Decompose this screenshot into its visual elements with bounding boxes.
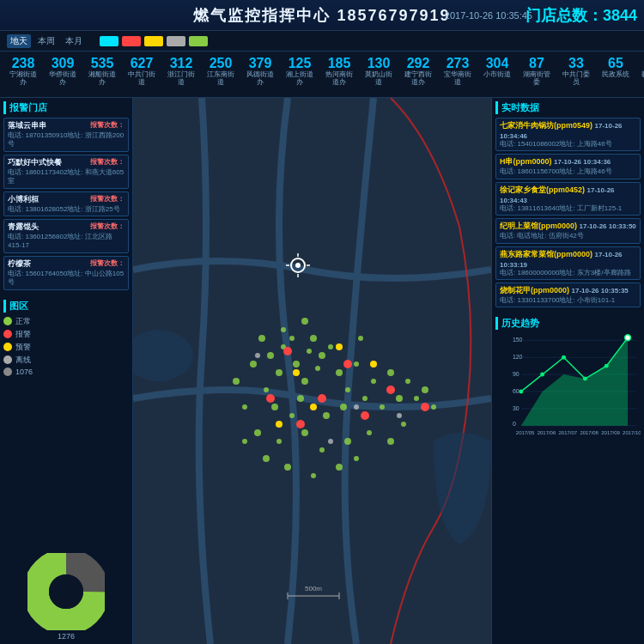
realtime-item-3[interactable]: 纪明上菜馆(ppm0000) 17-10-26 10:33:50 电话: 电话地…	[495, 218, 641, 243]
svg-point-64	[310, 404, 317, 410]
svg-point-96	[562, 355, 566, 360]
stat-item-9: 130莫奶山街道	[361, 55, 397, 87]
svg-point-66	[276, 421, 283, 428]
tag-inspection	[100, 36, 118, 46]
report-badge: 报警次数：	[90, 120, 125, 130]
legend-dot	[3, 355, 12, 364]
svg-point-61	[421, 403, 429, 411]
realtime-item-name: 烧制花甲(ppm0000) 17-10-26 10:35:35	[500, 285, 636, 296]
datetime: 2017-10-26 10:35:45	[445, 10, 532, 21]
tag-alarm	[122, 36, 141, 46]
legend-item-1: 报警	[3, 329, 129, 340]
report-item-1[interactable]: 巧默好中式快餐报警次数： 电话: 18601173402地址: 和燕大道605室	[3, 155, 129, 189]
svg-point-38	[233, 378, 240, 385]
stat-label: 莫奶山街道	[362, 71, 395, 87]
stat-label: 湖南街管委	[520, 71, 553, 87]
svg-point-40	[254, 429, 261, 436]
legend-dot	[3, 330, 12, 338]
svg-point-28	[387, 369, 394, 376]
stat-label: 华侨街道办	[46, 71, 79, 87]
stat-item-16: 135教育系统	[637, 55, 644, 79]
toolbar-btn-day[interactable]: 地天	[7, 34, 31, 48]
svg-point-12	[319, 352, 325, 359]
svg-point-48	[284, 464, 291, 471]
svg-point-21	[354, 361, 359, 367]
report-badge: 报警次数：	[90, 258, 125, 268]
header: 燃气监控指挥中心 18576797919 2017-10-26 10:35:45…	[0, 0, 644, 31]
realtime-item-5[interactable]: 烧制花甲(ppm0000) 17-10-26 10:35:35 电话: 1330…	[495, 283, 641, 307]
svg-text:120: 120	[513, 355, 523, 361]
stat-label: 宁湘街道办	[7, 71, 39, 87]
legend-item-4: 1076	[3, 368, 129, 376]
svg-point-25	[289, 413, 295, 418]
svg-marker-93	[521, 338, 628, 426]
realtime-section: 实时数据 七家消牛肉锅坊(ppm0549) 17-10-26 10:34:46 …	[492, 98, 644, 313]
toolbar: 地天 本周 本月	[0, 31, 644, 52]
report-item-3[interactable]: 青露馄头报警次数： 电话: 13601256802地址: 江北区路415-17	[3, 219, 129, 253]
svg-point-54	[283, 347, 292, 355]
stat-label: 热河南街道办	[323, 71, 355, 87]
realtime-item-1[interactable]: H串(ppm0000) 17-10-26 10:34:36 电话: 186011…	[495, 154, 641, 179]
stat-item-2: 535湘船街道办	[84, 55, 120, 87]
svg-point-24	[340, 404, 347, 410]
stat-label: 湘船街道办	[86, 71, 118, 87]
realtime-item-0[interactable]: 七家消牛肉锅坊(ppm0549) 17-10-26 10:34:46 电话: 1…	[495, 118, 641, 151]
stat-label: 宝华南街道	[441, 71, 474, 87]
svg-text:2017/05: 2017/05	[516, 430, 535, 435]
svg-text:2017/09: 2017/09	[601, 430, 620, 435]
realtime-item-detail: 电话: 电话地址: 伍府街42号	[500, 232, 636, 240]
stat-number: 238	[12, 55, 35, 71]
svg-point-60	[266, 394, 275, 403]
stat-item-11: 273宝华南街道	[440, 55, 476, 87]
svg-point-10	[301, 378, 308, 385]
realtime-item-name: 纪明上菜馆(ppm0000) 17-10-26 10:33:50	[500, 221, 636, 232]
svg-point-27	[362, 396, 368, 401]
report-title: 报警门店	[3, 101, 129, 114]
stat-item-5: 250江东南街道	[203, 55, 239, 87]
svg-point-17	[345, 387, 350, 392]
legend-item-3: 离线	[3, 355, 129, 366]
history-section: 历史趋势 150 120 90 60 30 0	[492, 313, 644, 644]
svg-point-63	[336, 343, 343, 350]
stat-number: 304	[486, 55, 509, 71]
stat-item-12: 304小市街道	[479, 55, 515, 79]
stat-number: 627	[131, 55, 154, 71]
svg-point-67	[255, 353, 260, 358]
svg-text:60: 60	[513, 388, 519, 394]
svg-point-39	[242, 404, 247, 410]
report-item-0[interactable]: 落域云串串报警次数： 电话: 18701350910地址: 浙江西路200号	[3, 118, 129, 152]
svg-text:90: 90	[513, 371, 519, 377]
right-panel: 实时数据 七家消牛肉锅坊(ppm0549) 17-10-26 10:34:46 …	[491, 98, 644, 644]
stat-item-3: 627中共门街道	[124, 55, 160, 87]
report-item-detail: 电话: 13801628052地址: 浙江路25号	[8, 205, 125, 214]
realtime-item-detail: 电话: 13811613640地址: 工厂新村125-1	[500, 204, 636, 213]
header-title: 燃气监控指挥中心 18576797919	[193, 5, 450, 26]
toolbar-btn-week[interactable]: 本周	[34, 34, 58, 48]
history-title: 历史趋势	[495, 317, 641, 330]
map-area: 500m	[133, 98, 491, 644]
report-item-4[interactable]: 柠檬茶报警次数： 电话: 15601764050地址: 中山公路105号	[3, 256, 129, 290]
svg-point-31	[405, 379, 410, 384]
svg-point-68	[354, 404, 359, 410]
legend-dot	[3, 317, 12, 325]
legend-text: 预警	[15, 342, 31, 353]
legend-section: 图区 正常 报警 预警 离线 1076	[0, 296, 132, 381]
svg-point-72	[295, 263, 301, 268]
realtime-item-4[interactable]: 燕东路家常菜馆(ppm0000) 17-10-26 10:33:19 电话: 1…	[495, 246, 641, 280]
stat-label: 小市街道	[483, 71, 511, 79]
tag-offline	[167, 36, 185, 46]
report-item-name: 青露馄头报警次数：	[8, 222, 125, 233]
realtime-item-detail: 电话: 15401086002地址: 上海路46号	[500, 140, 636, 149]
stat-number: 130	[368, 55, 391, 71]
legend-text: 1076	[15, 368, 33, 376]
realtime-item-detail: 电话: 18601156700地址: 上海路46号	[500, 167, 636, 176]
svg-point-23	[371, 379, 376, 384]
svg-point-7	[307, 349, 312, 354]
left-panel: 报警门店 落域云串串报警次数： 电话: 18701350910地址: 浙江西路2…	[0, 98, 133, 644]
stat-label: 中共门街道	[125, 71, 158, 87]
report-item-2[interactable]: 小博利桓报警次数： 电话: 13801628052地址: 浙江路25号	[3, 191, 129, 216]
stat-label: 湘上街道办	[283, 71, 316, 87]
svg-point-42	[301, 429, 308, 436]
toolbar-btn-month[interactable]: 本月	[62, 34, 86, 48]
realtime-item-2[interactable]: 徐记家乡食堂(ppm0452) 17-10-26 10:34:43 电话: 13…	[495, 182, 641, 216]
